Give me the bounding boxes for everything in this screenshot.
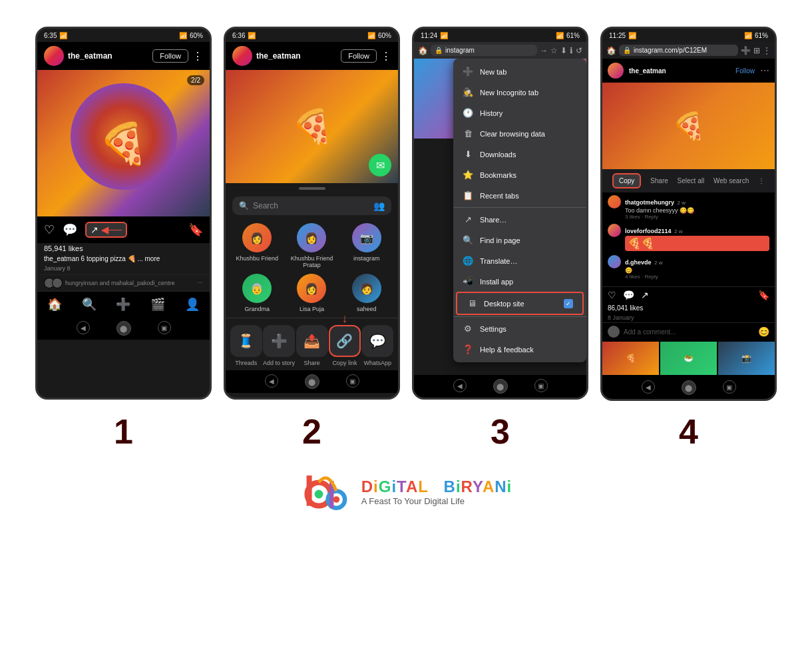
forward-icon[interactable]: →	[540, 46, 548, 55]
ig-web-follow[interactable]: Follow	[735, 67, 755, 75]
add-comment-input[interactable]: Add a comment...	[624, 328, 754, 336]
web-comment-icon[interactable]: 💬	[623, 290, 634, 300]
back-btn-3[interactable]: ◀	[453, 379, 467, 392]
search-nav-icon[interactable]: 🔍	[82, 297, 97, 312]
new-tab-icon-4[interactable]: ➕	[741, 46, 751, 55]
url-bar-4[interactable]: 🔒 instagram.com/p/C12EM	[619, 45, 738, 56]
web-share-icon[interactable]: ↗	[641, 290, 649, 300]
home-btn-2[interactable]: ⬤	[305, 374, 319, 389]
comment-icon-1[interactable]: 💬	[63, 222, 77, 237]
home-btn-4[interactable]: ⬤	[682, 380, 696, 395]
share-search-bar[interactable]: 🔍 Search 👥	[232, 196, 391, 215]
emoji-icon[interactable]: 😊	[758, 326, 769, 337]
contact-1[interactable]: 👩 Khushbu Friend	[232, 223, 282, 268]
web-bookmark-icon[interactable]: 🔖	[758, 290, 769, 300]
menu-bookmarks[interactable]: ⭐ Bookmarks	[453, 164, 586, 185]
home-btn-3[interactable]: ⬤	[493, 379, 508, 394]
copy-button[interactable]: Copy	[612, 173, 641, 188]
menu-incognito[interactable]: 🕵 New Incognito tab	[453, 82, 586, 103]
menu-recent-tabs[interactable]: 📋 Recent tabs	[453, 185, 586, 206]
share-whatsapp[interactable]: 💬 WhatsApp	[361, 325, 393, 366]
follow-button-2[interactable]: Follow	[341, 49, 377, 63]
web-like-icon[interactable]: ♡	[608, 290, 616, 300]
menu-history[interactable]: 🕐 History	[453, 103, 586, 123]
phone-2-container: 6:36 📶 📶 60% the_eatman Follow ⋮ ✉	[224, 27, 400, 400]
back-btn-2[interactable]: ◀	[265, 374, 278, 388]
contact-2[interactable]: 👩 Khushbu Friend Pratap	[287, 223, 336, 268]
commenter-avatar-2	[52, 278, 63, 288]
browser4-home-icon[interactable]: 🏠	[606, 46, 616, 55]
phone-3: 11:24 📶 📶 61% 🏠 🔒 instagram →	[412, 27, 588, 400]
share-copy-link[interactable]: ↓ 🔗 Copy link	[329, 325, 361, 366]
share-add-story[interactable]: ➕ Add to story	[263, 325, 295, 366]
contact-5[interactable]: 👩 Lisa Puja	[287, 274, 336, 312]
follow-button-1[interactable]: Follow	[152, 49, 188, 63]
share-share[interactable]: 📤 Share	[296, 325, 328, 366]
tabs-icon-4[interactable]: ⊞	[753, 46, 760, 55]
share-button-1[interactable]: ↗ ◀──	[85, 222, 127, 238]
more-icon-4[interactable]: ⋮	[763, 46, 771, 55]
download-icon-3[interactable]: ⬇	[560, 46, 567, 55]
comment-user-1: thatgotmehungry	[625, 199, 674, 206]
menu-desktop-site[interactable]: 🖥 Desktop site ✓	[456, 292, 584, 315]
menu-share[interactable]: ↗ Share…	[453, 209, 586, 230]
share-option-bar[interactable]: Share	[650, 177, 668, 184]
url-text-3: instagram	[445, 47, 475, 54]
add-nav-icon[interactable]: ➕	[116, 297, 130, 312]
copy-link-label: Copy link	[332, 360, 357, 366]
ig-web-dots[interactable]: ⋯	[760, 65, 769, 76]
home-btn-1[interactable]: ⬤	[116, 321, 131, 336]
menu-settings[interactable]: ⚙ Settings	[453, 318, 586, 339]
brand-footer: DiGiTAL BiRYANi A Feast To Your Digital …	[300, 465, 512, 518]
menu-translate[interactable]: 🌐 Translate…	[453, 250, 586, 271]
contact-3[interactable]: 📷 instagram	[342, 223, 391, 268]
add-comment-avatar	[608, 326, 620, 338]
comment-user-2: loveforfood2114	[625, 228, 672, 234]
contact-6[interactable]: 🧑 saheed	[342, 274, 391, 312]
translate-icon: 🌐	[463, 256, 473, 266]
find-label: Find in page	[480, 236, 520, 244]
recents-btn-1[interactable]: ▣	[158, 321, 171, 334]
like-icon-1[interactable]: ♡	[44, 222, 55, 237]
info-icon-3[interactable]: ℹ	[570, 46, 573, 55]
refresh-icon-3[interactable]: ↺	[576, 46, 582, 55]
ig-header-2: the_eatman Follow ⋮	[226, 42, 398, 70]
share-threads[interactable]: 🧵 Threads	[230, 325, 262, 366]
star-icon-3[interactable]: ☆	[550, 46, 558, 55]
reels-nav-icon[interactable]: 🎬	[150, 297, 165, 312]
web-search-bar[interactable]: Web search	[713, 177, 749, 184]
scroll-handle	[299, 187, 325, 190]
menu-install[interactable]: 📲 Install app	[453, 271, 586, 292]
menu-find[interactable]: 🔍 Find in page	[453, 230, 586, 250]
status-bar-2: 6:36 📶 📶 60%	[226, 29, 398, 42]
back-btn-4[interactable]: ◀	[642, 380, 655, 394]
bookmark-icon-1[interactable]: 🔖	[188, 222, 203, 237]
comment-time-2: 2 w	[674, 228, 682, 234]
recents-btn-3[interactable]: ▣	[534, 379, 548, 392]
green-action-btn[interactable]: ✉	[369, 154, 391, 176]
home-nav-icon[interactable]: 🏠	[47, 297, 62, 312]
recents-btn-4[interactable]: ▣	[723, 380, 736, 394]
menu-downloads[interactable]: ⬇ Downloads	[453, 144, 586, 164]
steps-row: 6:35 📶 📶 60% the_eatman Follow ⋮	[13, 27, 799, 401]
menu-clear-data[interactable]: 🗑 Clear browsing data	[453, 123, 586, 144]
more-options-1[interactable]: ⋮	[192, 50, 203, 63]
menu-help[interactable]: ❓ Help & feedback	[453, 339, 586, 360]
browser-home-icon[interactable]: 🏠	[418, 46, 428, 55]
contact-avatar-1: 👩	[242, 223, 272, 252]
menu-divider-1	[453, 207, 586, 208]
recents-btn-2[interactable]: ▣	[346, 374, 359, 388]
add-comment-bar: Add a comment... 😊	[602, 322, 775, 340]
date-1: January 8	[37, 264, 210, 274]
more-options-2[interactable]: ⋮	[381, 50, 391, 63]
select-all-bar[interactable]: Select all	[678, 177, 705, 184]
desktop-checkbox[interactable]: ✓	[564, 299, 573, 308]
menu-new-tab[interactable]: ➕ New tab	[453, 61, 586, 82]
arrow-indicator-1: ◀──	[101, 224, 122, 235]
more-options-bar[interactable]: ⋮	[758, 177, 765, 184]
status-bar-4: 11:25 📶 📶 61%	[602, 29, 775, 42]
back-btn-1[interactable]: ◀	[77, 321, 90, 334]
contact-4[interactable]: 👵 Grandma	[232, 274, 282, 312]
profile-nav-icon[interactable]: 👤	[185, 297, 200, 312]
url-bar-3[interactable]: 🔒 instagram	[431, 45, 537, 56]
